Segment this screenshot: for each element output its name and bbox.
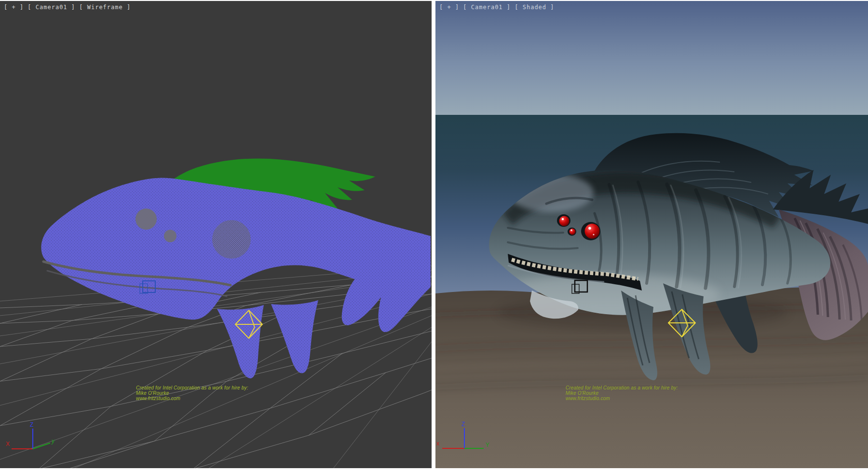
- dual-viewport-stage: [ + ] [ Camera01 ] [ Wireframe ]: [0, 0, 868, 472]
- shaded-scene: Created for Intel Corporation as a work …: [435, 1, 868, 468]
- sky: [435, 1, 868, 115]
- viewport-wireframe[interactable]: [ + ] [ Camera01 ] [ Wireframe ]: [0, 1, 432, 468]
- axis-y-label: y: [51, 438, 55, 444]
- axis-x-label: X: [6, 441, 10, 447]
- fish-eye-left: [136, 208, 157, 230]
- svg-text:Created for Intel Corporation: Created for Intel Corporation as a work …: [136, 385, 248, 390]
- fish-eye-small: [164, 230, 176, 242]
- svg-text:www.fritzstudio.com: www.fritzstudio.com: [566, 396, 610, 401]
- svg-text:Created for Intel Corporation: Created for Intel Corporation as a work …: [566, 385, 678, 390]
- svg-text:Mike O'Rourke: Mike O'Rourke: [136, 390, 169, 396]
- axis-x-label: x: [436, 440, 439, 447]
- viewport-shaded[interactable]: [ + ] [ Camera01 ] [ Shaded ]: [435, 1, 868, 468]
- svg-text:Mike O'Rourke: Mike O'Rourke: [566, 390, 599, 396]
- viewport-label-shaded[interactable]: [ + ] [ Camera01 ] [ Shaded ]: [439, 4, 555, 11]
- svg-text:www.fritzstudio.com: www.fritzstudio.com: [136, 396, 180, 401]
- axis-y-label: Y: [486, 442, 489, 448]
- world-axis-gizmo: X Z y: [6, 421, 55, 449]
- axis-z-label: Z: [461, 421, 465, 428]
- viewport-label-wireframe[interactable]: [ + ] [ Camera01 ] [ Wireframe ]: [4, 4, 131, 11]
- fish-eye-right-mesh: [212, 220, 251, 259]
- wireframe-scene: Created for Intel Corporation as a work …: [0, 1, 432, 468]
- watermark: Created for Intel Corporation as a work …: [136, 385, 248, 401]
- axis-z-label: Z: [30, 421, 33, 428]
